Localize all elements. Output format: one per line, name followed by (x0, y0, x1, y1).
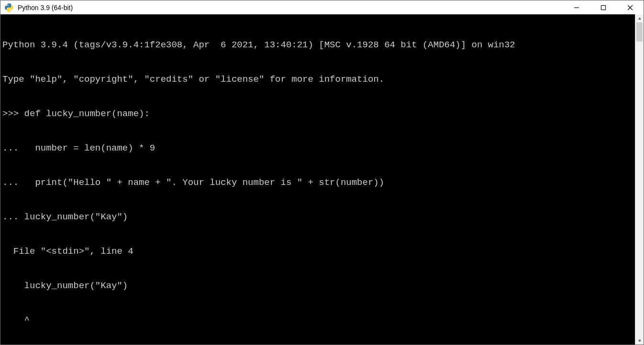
console-line: ... lucky_number("Kay") (2, 211, 634, 223)
console-line: File "<stdin>", line 4 (2, 246, 634, 257)
console-line: ... number = len(name) * 9 (2, 142, 634, 154)
python-icon (4, 3, 14, 12)
svg-rect-1 (601, 5, 606, 10)
vertical-scrollbar[interactable] (635, 14, 644, 345)
console-line: ... print("Hello " + name + ". Your luck… (2, 177, 634, 188)
maximize-button[interactable] (590, 0, 617, 14)
console-line: Python 3.9.4 (tags/v3.9.4:1f2e308, Apr 6… (2, 39, 634, 51)
scroll-up-button[interactable] (635, 14, 644, 22)
client-area: Python 3.9.4 (tags/v3.9.4:1f2e308, Apr 6… (0, 14, 644, 345)
window-title: Python 3.9 (64-bit) (18, 4, 73, 11)
close-button[interactable] (617, 0, 644, 14)
svg-marker-4 (638, 17, 641, 20)
window-controls (563, 0, 644, 14)
svg-marker-5 (638, 340, 641, 342)
console-line: ^ (2, 314, 634, 326)
console-line: >>> def lucky_number(name): (2, 108, 634, 119)
scroll-track[interactable] (635, 22, 644, 336)
app-window: Python 3.9 (64-bit) Python 3.9.4 (tags/v… (0, 0, 644, 345)
console-output[interactable]: Python 3.9.4 (tags/v3.9.4:1f2e308, Apr 6… (0, 14, 635, 345)
minimize-button[interactable] (563, 0, 590, 14)
console-line: Type "help", "copyright", "credits" or "… (2, 74, 634, 85)
scroll-thumb[interactable] (636, 22, 643, 42)
titlebar[interactable]: Python 3.9 (64-bit) (0, 0, 644, 14)
console-line: lucky_number("Kay") (2, 280, 634, 291)
scroll-down-button[interactable] (635, 336, 644, 345)
